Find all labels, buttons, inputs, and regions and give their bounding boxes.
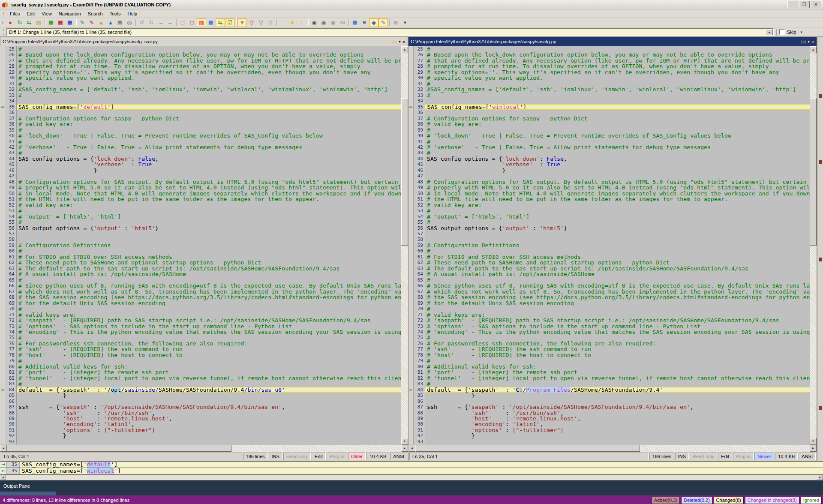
edit-first-icon[interactable]: ✎ <box>78 18 87 27</box>
right-horizontal-scrollbar[interactable]: ◄ ► <box>408 445 817 452</box>
prev-change-icon[interactable]: ↑ <box>278 18 288 27</box>
left-horizontal-scrollbar[interactable]: ◄ ► <box>0 445 408 452</box>
save-second-icon[interactable]: ▦ <box>65 18 75 27</box>
prev-diff-icon[interactable]: ← <box>165 18 175 27</box>
diff-combo-dropdown-icon[interactable]: ▼ <box>766 29 773 35</box>
menu-navigation[interactable]: Navigation <box>55 10 84 17</box>
right-code-view[interactable]: 25#26# Based upon the lock_down configur… <box>408 46 810 445</box>
show-moved-icon[interactable]: ▦ <box>206 18 216 27</box>
diff-map-strip[interactable] <box>817 37 823 461</box>
goto-second-icon[interactable]: ▲ <box>106 18 115 27</box>
copy-file-icon[interactable]: ▤ <box>801 39 806 44</box>
scroll-right-icon[interactable]: ► <box>817 475 823 480</box>
scroll-up-icon[interactable]: ▲ <box>401 46 408 53</box>
current-diff-combo[interactable]: Diff 1: Change 1 line (35, first file) t… <box>6 28 774 36</box>
editor-options-icon[interactable]: ✎ <box>378 18 388 27</box>
show-added-icon[interactable]: □ <box>187 18 197 27</box>
menu-grip-handle[interactable] <box>3 11 4 17</box>
toolbar-grip-handle[interactable] <box>2 20 3 26</box>
diff-marker-icon[interactable]: ⇐ <box>408 104 414 110</box>
output-pane-tab[interactable] <box>0 492 56 495</box>
diff-marker-icon[interactable]: ⇒ <box>0 104 5 110</box>
chevron-down-icon[interactable]: ▾ <box>800 30 802 34</box>
find-next-icon[interactable]: ◉ <box>319 18 328 27</box>
left-hscroll-thumb[interactable] <box>7 445 231 452</box>
left-file-header[interactable]: C:\Program Files\Python\Python37\Lib\sit… <box>0 37 408 46</box>
print-preview-icon[interactable]: ◎ <box>125 18 134 27</box>
filter-all-icon[interactable]: ▼ <box>237 18 247 27</box>
print-icon[interactable]: ▤ <box>115 18 125 27</box>
sync-scroll-icon[interactable]: ⇆ <box>216 18 225 27</box>
left-vertical-scrollbar[interactable]: ▲ ▼ <box>401 46 408 445</box>
right-vscroll-thumb[interactable] <box>810 98 817 246</box>
find-prev-icon[interactable]: ◉ <box>328 18 338 27</box>
output-pane-header[interactable]: Output Pane <box>0 480 823 492</box>
scroll-down-icon[interactable]: ▼ <box>401 438 408 445</box>
right-hscroll-thumb[interactable] <box>415 445 640 452</box>
menu-search[interactable]: Search <box>84 10 106 17</box>
detail-horizontal-scrollbar[interactable]: ◄ ► <box>0 475 823 480</box>
menu-view[interactable]: View <box>38 10 55 17</box>
plugins-icon[interactable]: ◆ <box>369 18 378 27</box>
scroll-left-icon[interactable]: ◄ <box>408 445 415 452</box>
diff-detail-row[interactable]: →35SAS_config_names=['default'] <box>0 462 823 468</box>
swap-panes-icon[interactable]: ⇆ <box>24 18 34 27</box>
statistics-icon[interactable]: ▦ <box>350 18 360 27</box>
diffbar-grip-handle[interactable] <box>3 29 4 35</box>
diff-marker-icon[interactable]: ⇐ <box>408 387 414 393</box>
menu-help[interactable]: Help <box>124 10 141 17</box>
show-changed-icon[interactable]: ▥ <box>197 18 206 27</box>
right-file-header[interactable]: C:\Program Files\Python\Python37\Lib\sit… <box>408 37 817 46</box>
close-button[interactable]: ✕ <box>811 1 821 8</box>
edit-second-icon[interactable]: ✎ <box>87 18 96 27</box>
minimize-button[interactable]: — <box>787 1 798 8</box>
show-lines-icon[interactable]: ≡ <box>360 18 369 27</box>
next-change-icon[interactable]: ↓ <box>297 18 306 27</box>
diff-map-mark[interactable] <box>819 160 822 164</box>
diff-map-mark[interactable] <box>819 258 822 261</box>
filter-changed-icon[interactable]: ▽ <box>256 18 266 27</box>
scroll-down-icon[interactable]: ▼ <box>810 438 817 445</box>
diff-detail-row[interactable]: ←35SAS_config_names=['winlocal'] <box>0 468 823 474</box>
skip-checkbox[interactable] <box>779 29 785 35</box>
diff-marker-icon[interactable]: ⇒ <box>0 387 5 393</box>
recompare-icon[interactable]: ↻ <box>15 18 24 27</box>
header-dropdown-icon[interactable]: ▾ <box>808 40 810 44</box>
left-vscroll-thumb[interactable] <box>401 98 408 246</box>
left-code-view[interactable]: 25#26# Based upon the lock_down configur… <box>0 46 401 445</box>
save-icon[interactable]: ▦ <box>46 18 56 27</box>
scroll-right-icon[interactable]: ► <box>401 445 408 452</box>
settings-gear-icon[interactable]: ⊛ <box>391 18 400 27</box>
maximize-button[interactable]: ❐ <box>799 1 810 8</box>
auto-recompare-icon[interactable]: ☑ <box>225 18 234 27</box>
gutter-cell <box>408 243 414 248</box>
filter-ignored-icon[interactable]: ▽ <box>266 18 275 27</box>
toolbar-overflow-icon[interactable]: ▾ <box>400 18 410 27</box>
filter-added-icon[interactable]: ▽ <box>247 18 256 27</box>
right-vertical-scrollbar[interactable]: ▲ ▼ <box>810 46 817 445</box>
redo-icon[interactable]: ↻ <box>147 18 156 27</box>
menu-edit[interactable]: Edit <box>23 10 38 17</box>
compare-files-icon[interactable]: ● <box>6 18 15 27</box>
save-first-icon[interactable]: ▦ <box>56 18 65 27</box>
goto-first-icon[interactable]: ▲ <box>96 18 106 27</box>
gutter-cell <box>408 52 414 57</box>
current-change-icon[interactable]: ■ <box>288 18 297 27</box>
copy-file-icon[interactable]: ▤ <box>392 39 397 44</box>
menu-tools[interactable]: Tools <box>106 10 124 17</box>
diff-map-mark[interactable] <box>819 406 822 410</box>
undo-icon[interactable]: ↺ <box>137 18 147 27</box>
open-files-icon[interactable]: ▨ <box>34 18 43 27</box>
scroll-right-icon[interactable]: ► <box>810 445 817 452</box>
show-identical-icon[interactable]: □ <box>178 18 187 27</box>
scroll-up-icon[interactable]: ▲ <box>810 46 817 53</box>
menu-files[interactable]: Files <box>6 10 23 17</box>
skip-diff-control[interactable]: Skip <box>779 29 796 35</box>
header-dropdown-icon[interactable]: ▾ <box>399 40 401 44</box>
next-diff-icon[interactable]: → <box>156 18 165 27</box>
scroll-left-icon[interactable]: ◄ <box>0 445 7 452</box>
scroll-left-icon[interactable]: ◄ <box>0 475 6 480</box>
find-icon[interactable]: ◉ <box>309 18 319 27</box>
diff-map-mark[interactable] <box>819 94 822 98</box>
match-case-icon[interactable]: AB <box>338 18 347 27</box>
